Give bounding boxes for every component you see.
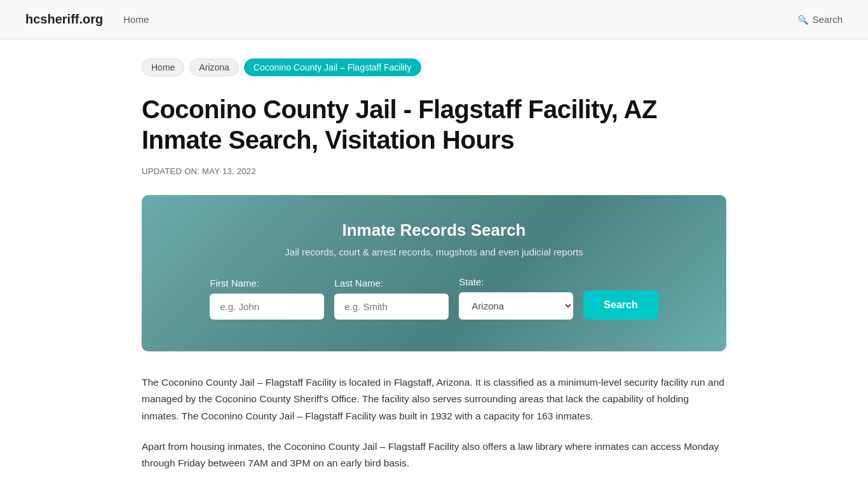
state-label: State: [459, 276, 484, 287]
state-group: State: Arizona [459, 276, 573, 320]
last-name-label: Last Name: [334, 278, 383, 288]
first-name-input[interactable] [210, 294, 324, 320]
header-search-label[interactable]: Search [812, 14, 843, 25]
breadcrumb: Home Arizona Coconino County Jail – Flag… [142, 58, 726, 76]
site-header: hcsheriff.org Home 🔍 Search [0, 0, 868, 39]
last-name-group: Last Name: [334, 278, 449, 320]
inmate-search-form: First Name: Last Name: State: Arizona Se… [180, 276, 688, 320]
breadcrumb-current: Coconino County Jail – Flagstaff Facilit… [244, 58, 421, 76]
body-paragraph-2: Apart from housing inmates, the Coconino… [142, 438, 726, 472]
updated-date: UPDATED ON: MAY 13, 2022 [142, 166, 726, 176]
last-name-input[interactable] [334, 294, 449, 320]
first-name-group: First Name: [210, 278, 324, 320]
widget-title: Inmate Records Search [180, 220, 688, 240]
site-logo[interactable]: hcsheriff.org [25, 12, 103, 27]
main-content: Home Arizona Coconino County Jail – Flag… [129, 39, 739, 488]
state-select[interactable]: Arizona [459, 292, 573, 320]
breadcrumb-home[interactable]: Home [142, 58, 184, 76]
body-paragraph-1: The Coconino County Jail – Flagstaff Fac… [142, 374, 726, 424]
header-left: hcsheriff.org Home [25, 12, 149, 27]
inmate-search-widget: Inmate Records Search Jail records, cour… [142, 195, 726, 351]
breadcrumb-arizona[interactable]: Arizona [189, 58, 238, 76]
nav-home-link[interactable]: Home [123, 14, 149, 25]
page-title: Coconino County Jail - Flagstaff Facilit… [142, 94, 726, 155]
header-search[interactable]: 🔍 Search [797, 14, 843, 25]
first-name-label: First Name: [210, 278, 259, 288]
search-icon: 🔍 [797, 15, 808, 25]
search-button[interactable]: Search [583, 290, 658, 320]
widget-subtitle: Jail records, court & arrest records, mu… [180, 247, 688, 257]
